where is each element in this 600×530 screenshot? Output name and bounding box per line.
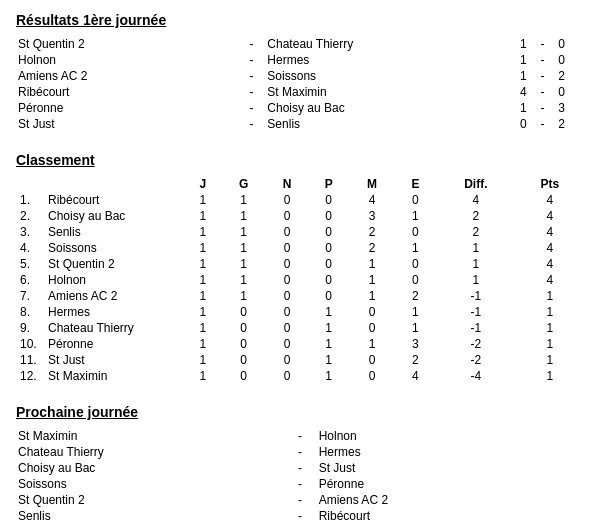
col-j: 1 xyxy=(184,320,221,336)
next-dash: - xyxy=(283,444,316,460)
rank: 12. xyxy=(16,368,44,384)
standings-col-header: Diff. xyxy=(436,176,516,192)
next-home-team: Chateau Thierry xyxy=(16,444,283,460)
result-row: St Just - Senlis 0 - 2 xyxy=(16,116,584,132)
standings-row: 1. Ribécourt 1 1 0 0 4 0 4 4 xyxy=(16,192,584,208)
team-name: St Maximin xyxy=(44,368,184,384)
rank: 5. xyxy=(16,256,44,272)
col-p: 0 xyxy=(308,192,349,208)
col-p: 1 xyxy=(308,336,349,352)
team-name: Ribécourt xyxy=(44,192,184,208)
col-diff: -1 xyxy=(436,320,516,336)
result-row: Holnon - Hermes 1 - 0 xyxy=(16,52,584,68)
col-j: 1 xyxy=(184,192,221,208)
col-pts: 4 xyxy=(516,256,584,272)
next-away-team: Péronne xyxy=(317,476,584,492)
col-pts: 1 xyxy=(516,352,584,368)
col-j: 1 xyxy=(184,352,221,368)
rank: 10. xyxy=(16,336,44,352)
result-row: Amiens AC 2 - Soissons 1 - 2 xyxy=(16,68,584,84)
standings-row: 6. Holnon 1 1 0 0 1 0 1 4 xyxy=(16,272,584,288)
score-separator: - xyxy=(529,84,557,100)
dash: - xyxy=(238,52,266,68)
home-team: Holnon xyxy=(16,52,238,68)
next-dash: - xyxy=(283,476,316,492)
col-n: 0 xyxy=(266,272,309,288)
col-e: 3 xyxy=(395,336,436,352)
col-diff: -2 xyxy=(436,336,516,352)
col-e: 0 xyxy=(395,224,436,240)
col-p: 1 xyxy=(308,304,349,320)
col-pts: 1 xyxy=(516,368,584,384)
away-team: Chateau Thierry xyxy=(265,36,487,52)
next-match-row: Soissons - Péronne xyxy=(16,476,584,492)
away-team: Hermes xyxy=(265,52,487,68)
col-j: 1 xyxy=(184,224,221,240)
col-p: 0 xyxy=(308,240,349,256)
team-name: Choisy au Bac xyxy=(44,208,184,224)
col-j: 1 xyxy=(184,256,221,272)
away-team: Choisy au Bac xyxy=(265,100,487,116)
standings-col-header: N xyxy=(266,176,309,192)
standings-col-header: J xyxy=(184,176,221,192)
col-m: 2 xyxy=(349,240,395,256)
score-separator: - xyxy=(529,116,557,132)
next-match-row: Senlis - Ribécourt xyxy=(16,508,584,524)
standings-row: 9. Chateau Thierry 1 0 0 1 0 1 -1 1 xyxy=(16,320,584,336)
score-away: 3 xyxy=(556,100,584,116)
rank: 1. xyxy=(16,192,44,208)
next-away-team: Amiens AC 2 xyxy=(317,492,584,508)
col-j: 1 xyxy=(184,272,221,288)
team-name: Péronne xyxy=(44,336,184,352)
col-n: 0 xyxy=(266,192,309,208)
col-n: 0 xyxy=(266,304,309,320)
col-p: 1 xyxy=(308,352,349,368)
score-away: 2 xyxy=(556,68,584,84)
team-name: Holnon xyxy=(44,272,184,288)
next-away-team: Holnon xyxy=(317,428,584,444)
next-away-team: Hermes xyxy=(317,444,584,460)
col-pts: 4 xyxy=(516,192,584,208)
next-away-team: Ribécourt xyxy=(317,508,584,524)
results-title: Résultats 1ère journée xyxy=(16,12,584,28)
col-m: 0 xyxy=(349,368,395,384)
standings-row: 4. Soissons 1 1 0 0 2 1 1 4 xyxy=(16,240,584,256)
score-home: 1 xyxy=(487,68,529,84)
col-m: 0 xyxy=(349,352,395,368)
score-away: 2 xyxy=(556,116,584,132)
col-p: 1 xyxy=(308,368,349,384)
col-m: 1 xyxy=(349,288,395,304)
next-dash: - xyxy=(283,508,316,524)
col-p: 1 xyxy=(308,320,349,336)
col-p: 0 xyxy=(308,208,349,224)
col-m: 2 xyxy=(349,224,395,240)
col-pts: 1 xyxy=(516,336,584,352)
standings-table: JGNPMEDiff.Pts 1. Ribécourt 1 1 0 0 4 0 … xyxy=(16,176,584,384)
standings-col-header: G xyxy=(221,176,265,192)
col-m: 1 xyxy=(349,256,395,272)
standings-col-header: E xyxy=(395,176,436,192)
col-e: 0 xyxy=(395,256,436,272)
home-team: St Quentin 2 xyxy=(16,36,238,52)
col-p: 0 xyxy=(308,224,349,240)
standings-row: 8. Hermes 1 0 0 1 0 1 -1 1 xyxy=(16,304,584,320)
next-away-team: St Just xyxy=(317,460,584,476)
col-n: 0 xyxy=(266,336,309,352)
dash: - xyxy=(238,36,266,52)
standings-row: 11. St Just 1 0 0 1 0 2 -2 1 xyxy=(16,352,584,368)
away-team: St Maximin xyxy=(265,84,487,100)
next-home-team: St Quentin 2 xyxy=(16,492,283,508)
col-g: 1 xyxy=(221,208,265,224)
col-j: 1 xyxy=(184,288,221,304)
col-m: 0 xyxy=(349,304,395,320)
col-e: 1 xyxy=(395,240,436,256)
score-separator: - xyxy=(529,36,557,52)
score-home: 1 xyxy=(487,36,529,52)
dash: - xyxy=(238,68,266,84)
col-pts: 4 xyxy=(516,208,584,224)
col-g: 1 xyxy=(221,272,265,288)
standings-row: 7. Amiens AC 2 1 1 0 0 1 2 -1 1 xyxy=(16,288,584,304)
standings-row: 2. Choisy au Bac 1 1 0 0 3 1 2 4 xyxy=(16,208,584,224)
standings-title: Classement xyxy=(16,152,584,168)
result-row: St Quentin 2 - Chateau Thierry 1 - 0 xyxy=(16,36,584,52)
